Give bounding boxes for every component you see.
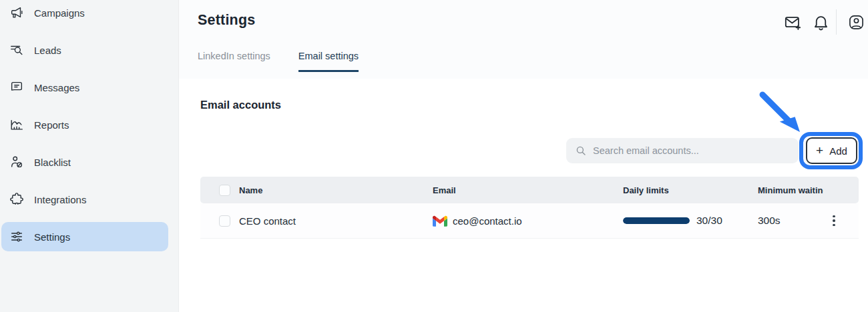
sidebar-nav: Campaigns Leads Messages (0, 0, 179, 251)
row-menu-kebab-icon[interactable] (830, 213, 838, 229)
sidebar-item-label: Campaigns (34, 7, 85, 19)
search-box[interactable] (566, 138, 799, 163)
daily-limit-value: 30/30 (696, 215, 722, 227)
sidebar-item-leads[interactable]: Leads (1, 35, 168, 65)
row-checkbox[interactable] (219, 215, 230, 227)
sidebar-item-label: Leads (34, 45, 61, 56)
min-waiting-value: 300s (758, 215, 781, 227)
bell-icon[interactable] (812, 13, 830, 31)
table-row: CEO contact ceo@contact.io 30/30 300s (200, 203, 859, 239)
plus-icon: + (816, 144, 823, 157)
puzzle-icon (9, 192, 24, 207)
select-all-checkbox[interactable] (219, 185, 230, 196)
email-accounts-table: Name Email Daily limits Minimum waiting … (200, 177, 859, 239)
add-button-label: Add (829, 145, 847, 157)
daily-progress-fill (623, 217, 690, 224)
sidebar-item-campaigns[interactable]: Campaigns (1, 0, 168, 27)
sidebar-item-messages[interactable]: Messages (1, 73, 168, 102)
tab-email-settings[interactable]: Email settings (298, 51, 359, 72)
sidebar: Campaigns Leads Messages (0, 0, 179, 312)
column-header-waiting: Minimum waiting (758, 185, 823, 195)
table-header-row: Name Email Daily limits Minimum waiting (200, 177, 859, 203)
sidebar-item-label: Reports (34, 119, 69, 131)
sidebar-item-reports[interactable]: Reports (1, 110, 168, 139)
app-window: Campaigns Leads Messages (0, 0, 868, 312)
account-email: ceo@contact.io (453, 215, 522, 227)
search-input[interactable] (593, 145, 773, 156)
sidebar-item-label: Messages (34, 82, 79, 93)
mail-plus-icon[interactable] (784, 14, 802, 32)
leads-search-icon (9, 43, 24, 57)
search-icon (575, 145, 587, 157)
header-divider (836, 9, 837, 35)
report-chart-icon (9, 117, 24, 132)
daily-limit-progress-bar (623, 217, 690, 224)
column-header-name: Name (239, 185, 433, 195)
message-bubble-icon (9, 80, 24, 95)
sidebar-item-label: Settings (34, 231, 70, 243)
header-actions (780, 8, 868, 37)
blocked-user-icon (9, 155, 24, 169)
annotation-arrow-icon (756, 91, 812, 141)
sidebar-item-settings[interactable]: Settings (1, 222, 168, 251)
page-title: Settings (198, 12, 255, 29)
tab-bar: LinkedIn settings Email settings (198, 51, 359, 72)
add-button[interactable]: + Add (806, 137, 857, 164)
tab-linkedin-settings[interactable]: LinkedIn settings (198, 51, 270, 72)
sidebar-item-label: Integrations (34, 194, 86, 205)
sidebar-item-integrations[interactable]: Integrations (1, 185, 168, 214)
gmail-icon (433, 215, 447, 227)
account-name: CEO contact (239, 215, 433, 227)
column-header-daily: Daily limits (623, 185, 758, 195)
column-header-email: Email (433, 185, 623, 195)
sliders-icon (9, 229, 24, 244)
section-title: Email accounts (200, 99, 281, 111)
profile-icon[interactable] (848, 14, 865, 31)
megaphone-icon (9, 5, 24, 20)
sidebar-item-label: Blacklist (34, 157, 71, 168)
sidebar-item-blacklist[interactable]: Blacklist (1, 147, 168, 177)
